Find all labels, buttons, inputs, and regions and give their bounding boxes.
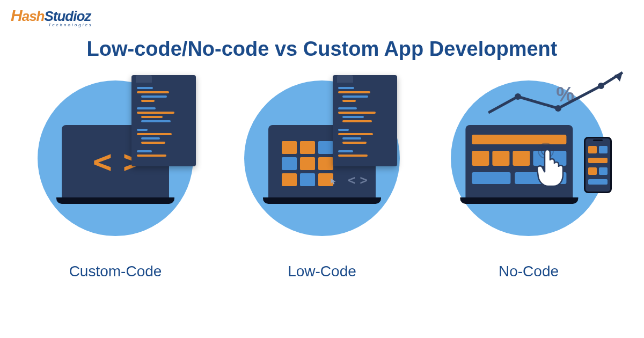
- circle-bg: < >: [244, 80, 400, 236]
- laptop-base: [460, 197, 578, 204]
- circle-bg: %: [451, 80, 606, 236]
- phone-icon: [584, 137, 612, 193]
- card-label: Custom-Code: [69, 263, 162, 280]
- code-brackets-icon: < >: [348, 173, 366, 188]
- laptop-base: [56, 197, 174, 204]
- code-editor-icon: [333, 75, 397, 166]
- svg-point-0: [515, 93, 521, 100]
- logo-ash: ash: [22, 8, 45, 24]
- logo-studioz: Studioz: [44, 8, 91, 24]
- growth-arrow-icon: [488, 70, 628, 123]
- card-low-code: < >: [233, 80, 411, 280]
- page-title: Low-code/No-code vs Custom App Developme…: [0, 38, 644, 61]
- svg-point-1: [555, 105, 561, 112]
- card-label: Low-Code: [288, 263, 356, 280]
- cursor-icon: [330, 178, 338, 185]
- card-label: No-Code: [499, 263, 559, 280]
- logo-subtitle: Technologies: [48, 23, 93, 27]
- card-custom-code: < > Custom: [27, 80, 204, 280]
- card-no-code: %: [440, 80, 617, 280]
- circle-bg: < >: [38, 80, 193, 236]
- brand-logo: HashStudioz: [11, 6, 91, 25]
- logo-letter-h: H: [11, 6, 22, 24]
- svg-point-2: [598, 83, 604, 89]
- hand-pointer-icon: [534, 142, 577, 188]
- code-editor-icon: [131, 75, 196, 166]
- card-row: < > Custom: [27, 80, 617, 280]
- tile-grid-icon: [282, 141, 333, 186]
- laptop-base: [263, 197, 381, 204]
